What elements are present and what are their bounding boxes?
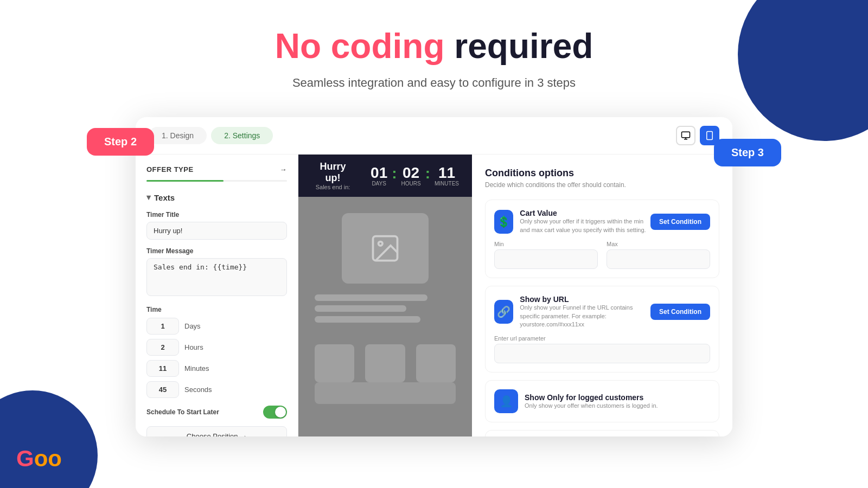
time-row-days: 1 Days	[146, 318, 287, 335]
offer-type-arrow: →	[280, 165, 288, 174]
step-3-badge: Step 3	[714, 139, 781, 166]
logo: Goo	[16, 446, 62, 471]
page-subheadline: Seamless integration and easy to configu…	[292, 76, 576, 90]
cart-value-title: Cart Value	[520, 209, 650, 217]
progress-bar-fill	[146, 180, 224, 182]
logged-customers-icon: 👤	[494, 389, 518, 413]
show-by-url-header: 🔗 Show by URL Only show your Funnel if t…	[494, 295, 710, 329]
timer-unit-minutes: 11 Minutes	[435, 165, 459, 187]
timer-message-label: Timer Message	[146, 247, 287, 255]
timer-days-label: Days	[371, 181, 387, 187]
cart-value-icon: 💲	[494, 210, 513, 234]
timer-main-text: Hurry up!	[311, 161, 354, 184]
thumbnail-3	[416, 344, 456, 382]
headline-normal: required	[445, 27, 593, 66]
section-texts[interactable]: Texts	[146, 192, 287, 202]
nav-device-icons	[676, 126, 719, 145]
timer-message-textarea[interactable]: Sales end in: {{time}}	[146, 258, 287, 296]
toggle-knob	[275, 407, 286, 418]
card-nav: 1. Design 2. Settings	[136, 117, 732, 155]
show-by-url-desc: Only show your Funnel if the URL contain…	[520, 304, 650, 329]
timer-hours-number: 02	[401, 165, 421, 181]
url-param-input[interactable]	[494, 344, 710, 363]
min-input[interactable]	[494, 249, 598, 269]
main-card: 1. Design 2. Settings OFFER TY	[136, 117, 732, 436]
logo-g: G	[16, 446, 34, 471]
svg-rect-0	[682, 132, 690, 138]
seconds-unit: Seconds	[184, 386, 212, 394]
logo-o1: o	[34, 446, 48, 471]
conditions-subtitle: Decide which conditions the offer should…	[485, 181, 719, 189]
offer-type-label: OFFER TYPE	[146, 165, 194, 174]
preview-text-3	[315, 316, 420, 323]
timer-bar: Hurry up! Sales end in: 01 Days : 02	[298, 155, 472, 197]
nav-tab-design[interactable]: 1. Design	[149, 127, 207, 144]
timer-hours-label: Hours	[401, 181, 421, 187]
choose-position-button[interactable]: Choose Position →	[146, 426, 287, 436]
preview-thumbnails	[298, 344, 472, 382]
logged-customers-header: 👤 Show Only for logged customers Only sh…	[494, 389, 710, 413]
cart-value-header: 💲 Cart Value Only show your offer if it …	[494, 209, 710, 234]
timer-title-area: Hurry up! Sales end in:	[311, 161, 354, 190]
nav-tab-settings[interactable]: 2. Settings	[211, 127, 273, 144]
show-by-url-icon: 🔗	[494, 300, 513, 324]
min-label: Min	[494, 241, 598, 247]
conditions-title: Conditions options	[485, 168, 719, 179]
hours-value[interactable]: 2	[146, 339, 179, 356]
seconds-value[interactable]: 45	[146, 381, 179, 398]
show-funnel-card: 🖥️ Show this funnel only on Set Conditio…	[485, 430, 719, 436]
min-block: Min	[494, 241, 598, 269]
device-desktop-icon[interactable]	[676, 126, 695, 145]
show-by-url-info: 🔗 Show by URL Only show your Funnel if t…	[494, 295, 650, 329]
show-by-url-set-btn[interactable]: Set Condition	[650, 304, 710, 320]
svg-rect-3	[707, 132, 713, 140]
minutes-value[interactable]: 11	[146, 360, 179, 377]
preview-text-2	[315, 305, 406, 312]
timer-digits: 01 Days : 02 Hours : 11 Minutes	[371, 165, 459, 187]
url-extra: Enter url parameter	[494, 335, 710, 363]
preview-button-placeholder	[315, 382, 456, 404]
time-row-minutes: 11 Minutes	[146, 360, 287, 377]
preview-image-placeholder	[342, 213, 429, 284]
schedule-row: Schedule To Start Later	[146, 406, 287, 419]
timer-colon-2: :	[425, 165, 430, 182]
logged-customers-desc: Only show your offer when customers is l…	[525, 402, 658, 410]
schedule-label: Schedule To Start Later	[146, 408, 219, 416]
timer-minutes-number: 11	[435, 165, 459, 181]
show-by-url-title: Show by URL	[520, 295, 650, 304]
preview-text-1	[315, 294, 427, 301]
hours-unit: Hours	[184, 343, 203, 351]
left-panel: OFFER TYPE → Texts Timer Title Timer Mes…	[136, 155, 298, 436]
min-max-row: Min Max	[494, 241, 710, 269]
page-headline: No coding required	[275, 27, 593, 65]
mockup-area: Step 2 Step 3 1. Design 2. Settings	[108, 117, 760, 436]
cart-value-set-btn[interactable]: Set Condition	[650, 214, 710, 230]
time-row-hours: 2 Hours	[146, 339, 287, 356]
days-value[interactable]: 1	[146, 318, 179, 335]
timer-title-input[interactable]	[146, 222, 287, 240]
show-by-url-card: 🔗 Show by URL Only show your Funnel if t…	[485, 286, 719, 373]
max-input[interactable]	[607, 249, 710, 269]
url-param-label: Enter url parameter	[494, 335, 710, 342]
headline-highlight: No coding	[275, 27, 445, 66]
progress-bar-container	[146, 180, 287, 182]
cart-value-extra: Min Max	[494, 241, 710, 269]
logo-area: Goo	[16, 446, 62, 472]
cart-value-text: Cart Value Only show your offer if it tr…	[520, 209, 650, 234]
right-panel: Conditions options Decide which conditio…	[472, 155, 732, 436]
minutes-unit: Minutes	[184, 364, 209, 373]
preview-content	[298, 197, 472, 339]
card-body: OFFER TYPE → Texts Timer Title Timer Mes…	[136, 155, 732, 436]
timer-days-number: 01	[371, 165, 387, 181]
center-preview-panel: Hurry up! Sales end in: 01 Days : 02	[298, 155, 472, 436]
time-row-seconds: 45 Seconds	[146, 381, 287, 398]
offer-type-header: OFFER TYPE →	[146, 165, 287, 174]
timer-unit-days: 01 Days	[371, 165, 387, 187]
schedule-toggle[interactable]	[263, 406, 287, 419]
cart-value-info: 💲 Cart Value Only show your offer if it …	[494, 209, 650, 234]
timer-title-label: Timer Title	[146, 211, 287, 219]
image-placeholder-icon	[369, 232, 401, 265]
thumbnail-2	[365, 344, 405, 382]
max-block: Max	[607, 241, 710, 269]
cart-value-desc: Only show your offer if it triggers with…	[520, 217, 650, 234]
